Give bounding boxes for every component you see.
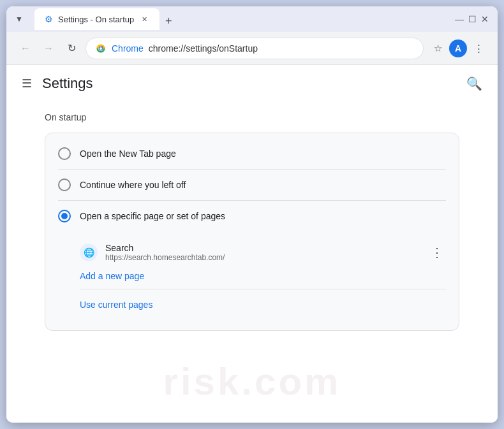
new-tab-button[interactable]: + [159,12,177,30]
settings-content: On startup Open the New Tab page Continu… [6,102,498,341]
pages-sub-section: 🌐 Search https://search.homesearchtab.co… [45,231,459,325]
back-button[interactable]: ← [17,40,34,57]
page-entry-url: https://search.homesearchtab.com/ [105,253,420,262]
forward-button[interactable]: → [40,40,57,57]
profile-icon[interactable]: A [449,40,467,57]
chrome-brand-label: Chrome [112,43,144,54]
url-right-icons: ☆ A ⋮ [429,40,487,57]
active-tab[interactable]: ⚙ Settings - On startup ✕ [34,8,159,30]
minimize-button[interactable]: — [454,14,464,24]
option-new-tab-label: Open the New Tab page [80,149,176,159]
browser-window: ▼ ⚙ Settings - On startup ✕ + — ☐ ✕ ← → … [6,6,498,423]
option-continue-label: Continue where you left off [80,180,186,190]
radio-new-tab[interactable] [58,147,71,160]
page-entry-globe-icon: 🌐 [80,244,98,261]
title-bar: ▼ ⚙ Settings - On startup ✕ + — ☐ ✕ [6,6,498,32]
url-bar[interactable]: Chrome chrome://settings/onStartup [85,38,424,59]
option-specific-label: Open a specific page or set of pages [80,211,225,221]
tab-title: Settings - On startup [58,15,134,24]
svg-point-3 [100,47,102,50]
use-current-pages-link[interactable]: Use current pages [80,292,446,317]
more-icon[interactable]: ⋮ [470,40,487,57]
settings-page: ☰ Settings 🔍 On startup Open the New Tab… [6,65,498,423]
tab-close-btn[interactable]: ✕ [139,14,149,24]
option-new-tab[interactable]: Open the New Tab page [45,138,459,169]
window-controls: ▼ [14,14,24,24]
tab-bar: ⚙ Settings - On startup ✕ + [34,8,449,30]
tab-favicon: ⚙ [45,14,53,24]
page-title: Settings [42,75,93,92]
add-new-page-link[interactable]: Add a new page [80,266,446,286]
bookmark-icon[interactable]: ☆ [429,40,447,57]
watermark: risk.com [163,360,341,404]
page-entry-0: 🌐 Search https://search.homesearchtab.co… [80,239,446,266]
url-text: chrome://settings/onStartup [149,43,258,54]
radio-continue[interactable] [58,178,71,191]
address-bar: ← → ↻ Chrome chrome://settings/on [6,32,498,65]
maximize-button[interactable]: ☐ [467,14,477,24]
options-card: Open the New Tab page Continue where you… [45,133,459,331]
section-title: On startup [45,112,459,122]
page-entry-menu-icon[interactable]: ⋮ [428,244,446,261]
reload-button[interactable]: ↻ [63,40,80,57]
option-continue[interactable]: Continue where you left off [45,170,459,200]
page-entry-name: Search [105,243,420,253]
chrome-logo-icon [95,43,107,54]
close-button[interactable]: ✕ [480,14,490,24]
nav-arrow-left[interactable]: ▼ [14,14,24,24]
search-icon[interactable]: 🔍 [466,76,482,91]
radio-selected-indicator [61,213,68,219]
divider-3 [80,289,446,289]
option-specific[interactable]: Open a specific page or set of pages [45,201,459,231]
settings-header: ☰ Settings 🔍 [6,65,498,102]
radio-specific[interactable] [58,210,71,222]
page-entry-info: Search https://search.homesearchtab.com/ [105,243,420,262]
menu-icon[interactable]: ☰ [22,76,32,91]
title-bar-controls: — ☐ ✕ [454,14,490,24]
